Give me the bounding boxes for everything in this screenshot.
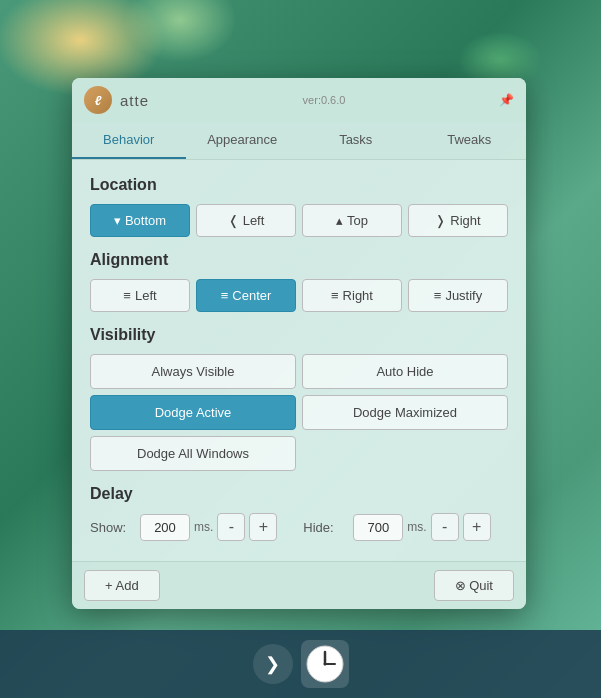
align-center-label: Center	[232, 288, 271, 303]
show-value-input[interactable]	[140, 514, 190, 541]
add-label: + Add	[105, 578, 139, 593]
align-right-icon: ≡	[331, 288, 339, 303]
show-plus-button[interactable]: +	[249, 513, 277, 541]
align-right-label: Right	[343, 288, 373, 303]
top-label: Top	[347, 213, 368, 228]
title-left: ℓ atte	[84, 86, 149, 114]
tab-tweaks[interactable]: Tweaks	[413, 122, 527, 159]
visibility-title: Visibility	[90, 326, 508, 344]
vis-dodge-maximized[interactable]: Dodge Maximized	[302, 395, 508, 430]
tab-bar: Behavior Appearance Tasks Tweaks	[72, 122, 526, 160]
bottom-icon: ▾	[114, 213, 121, 228]
show-input-group: ms. - +	[140, 513, 277, 541]
location-left[interactable]: ❬ Left	[196, 204, 296, 237]
location-title: Location	[90, 176, 508, 194]
tab-tasks[interactable]: Tasks	[299, 122, 413, 159]
location-right[interactable]: ❭ Right	[408, 204, 508, 237]
align-left[interactable]: ≡ Left	[90, 279, 190, 312]
app-name: atte	[120, 92, 149, 109]
align-justify-icon: ≡	[434, 288, 442, 303]
vis-dodge-all-windows[interactable]: Dodge All Windows	[90, 436, 296, 471]
hide-minus-button[interactable]: -	[431, 513, 459, 541]
align-right[interactable]: ≡ Right	[302, 279, 402, 312]
tab-behavior[interactable]: Behavior	[72, 122, 186, 159]
align-justify[interactable]: ≡ Justify	[408, 279, 508, 312]
dialog-titlebar: ℓ atte ver:0.6.0 📌	[72, 78, 526, 122]
hide-input-group: ms. - +	[353, 513, 490, 541]
align-justify-label: Justify	[445, 288, 482, 303]
left-icon: ❬	[228, 213, 239, 228]
dialog-footer: + Add ⊗ Quit	[72, 561, 526, 609]
show-label: Show:	[90, 520, 130, 535]
show-unit: ms.	[194, 520, 213, 534]
right-icon: ❭	[435, 213, 446, 228]
taskbar: ❯	[0, 630, 601, 698]
clock-icon	[301, 640, 349, 688]
dialog-content: Location ▾ Bottom ❬ Left ▴ Top ❭ Right A…	[72, 160, 526, 561]
location-group: ▾ Bottom ❬ Left ▴ Top ❭ Right	[90, 204, 508, 237]
delay-title: Delay	[90, 485, 508, 503]
add-button[interactable]: + Add	[84, 570, 160, 601]
hide-unit: ms.	[407, 520, 426, 534]
left-label: Left	[243, 213, 265, 228]
quit-label: ⊗ Quit	[455, 578, 493, 593]
app-logo: ℓ	[84, 86, 112, 114]
location-top[interactable]: ▴ Top	[302, 204, 402, 237]
hide-label: Hide:	[303, 520, 343, 535]
taskbar-prev-button[interactable]: ❯	[253, 644, 293, 684]
alignment-group: ≡ Left ≡ Center ≡ Right ≡ Justify	[90, 279, 508, 312]
show-minus-button[interactable]: -	[217, 513, 245, 541]
tab-appearance[interactable]: Appearance	[186, 122, 300, 159]
hide-plus-button[interactable]: +	[463, 513, 491, 541]
quit-button[interactable]: ⊗ Quit	[434, 570, 514, 601]
delay-section: Delay Show: ms. - + Hide: ms. - +	[90, 485, 508, 541]
logo-letter: ℓ	[95, 93, 102, 108]
pin-icon[interactable]: 📌	[499, 93, 514, 107]
visibility-group: Always Visible Auto Hide Dodge Active Do…	[90, 354, 508, 471]
align-left-label: Left	[135, 288, 157, 303]
version-text: ver:0.6.0	[303, 94, 346, 106]
align-center[interactable]: ≡ Center	[196, 279, 296, 312]
right-label: Right	[450, 213, 480, 228]
top-icon: ▴	[336, 213, 343, 228]
vis-auto-hide[interactable]: Auto Hide	[302, 354, 508, 389]
vis-always-visible[interactable]: Always Visible	[90, 354, 296, 389]
align-center-icon: ≡	[221, 288, 229, 303]
align-left-icon: ≡	[123, 288, 131, 303]
delay-show-row: Show: ms. - + Hide: ms. - +	[90, 513, 508, 541]
bottom-label: Bottom	[125, 213, 166, 228]
vis-dodge-active[interactable]: Dodge Active	[90, 395, 296, 430]
settings-dialog: ℓ atte ver:0.6.0 📌 Behavior Appearance T…	[72, 78, 526, 609]
alignment-title: Alignment	[90, 251, 508, 269]
hide-value-input[interactable]	[353, 514, 403, 541]
location-bottom[interactable]: ▾ Bottom	[90, 204, 190, 237]
